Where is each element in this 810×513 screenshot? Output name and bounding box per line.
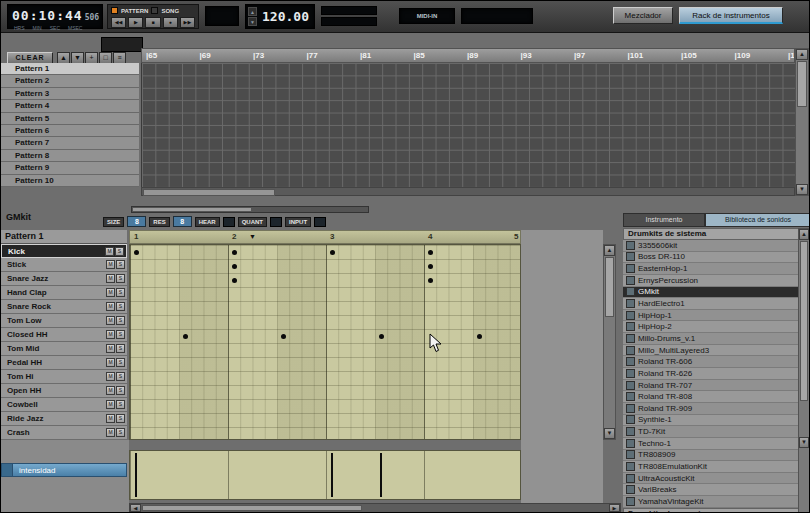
kit-list-item[interactable]: HardElectro1: [623, 298, 799, 310]
mute-button[interactable]: M: [106, 414, 115, 423]
kit-list-item[interactable]: UltraAcousticKit: [623, 473, 799, 485]
kit-list-item[interactable]: Millo-Drums_v.1: [623, 333, 799, 345]
scroll-up-icon[interactable]: ▲: [796, 49, 808, 60]
instrument-row[interactable]: StickMS: [1, 258, 127, 272]
scrollbar-thumb[interactable]: [133, 208, 251, 211]
pattern-bottom-scrollbar[interactable]: ◀ ▶: [129, 503, 621, 513]
scrollbar-thumb[interactable]: [797, 61, 807, 107]
song-vertical-scrollbar[interactable]: ▲ ▼: [795, 48, 809, 196]
solo-button[interactable]: S: [116, 288, 125, 297]
scroll-down-icon[interactable]: ▼: [799, 437, 809, 448]
mute-button[interactable]: M: [105, 247, 114, 256]
pattern-list-item[interactable]: Pattern 9: [1, 162, 139, 174]
scroll-up-icon[interactable]: ▲: [604, 245, 615, 256]
note-dot[interactable]: [330, 250, 335, 255]
library-scrollbar[interactable]: ▲ ▼: [798, 228, 810, 513]
mute-button[interactable]: M: [106, 316, 115, 325]
kit-list-item[interactable]: VariBreaks: [623, 484, 799, 496]
note-dot[interactable]: [232, 278, 237, 283]
kit-list-item[interactable]: YamahaVintageKit: [623, 496, 799, 508]
scroll-up-icon[interactable]: ▲: [799, 229, 809, 240]
solo-button[interactable]: S: [116, 344, 125, 353]
note-dot[interactable]: [281, 334, 286, 339]
solo-button[interactable]: S: [116, 316, 125, 325]
mute-button[interactable]: M: [106, 288, 115, 297]
tab-instrument[interactable]: Instrumento: [623, 213, 705, 227]
instrument-row[interactable]: Pedal HHMS: [1, 356, 127, 370]
kit-list-item[interactable]: EasternHop-1: [623, 263, 799, 275]
instrument-row[interactable]: CrashMS: [1, 426, 127, 440]
kit-list-item[interactable]: TD-7Kit: [623, 426, 799, 438]
tab-sound-library[interactable]: Biblioteca de sonidos: [705, 213, 810, 227]
pattern-list-item[interactable]: Pattern 2: [1, 75, 139, 87]
mute-button[interactable]: M: [106, 386, 115, 395]
bpm-up-button[interactable]: ▲: [248, 7, 257, 16]
record-button[interactable]: ●: [163, 17, 178, 28]
scroll-left-icon[interactable]: ◀: [130, 504, 141, 512]
song-horizontal-scrollbar[interactable]: [141, 187, 795, 196]
note-dot[interactable]: [232, 250, 237, 255]
stop-button[interactable]: ■: [145, 17, 160, 28]
hear-toggle[interactable]: [223, 217, 235, 227]
scroll-down-icon[interactable]: ▼: [796, 184, 808, 195]
system-drumkits-header[interactable]: Drumkits de sistema: [623, 228, 799, 240]
mute-button[interactable]: M: [106, 358, 115, 367]
kit-list-item[interactable]: Techno-1: [623, 438, 799, 450]
pattern-list-item[interactable]: Pattern 5: [1, 113, 139, 125]
play-button[interactable]: ▶: [128, 17, 143, 28]
property-dropdown-icon[interactable]: [2, 464, 13, 476]
timeline-ruler[interactable]: |65|69|73|77|81|85|89|93|97|101|105|109|…: [141, 48, 795, 63]
song-mode-label[interactable]: SONG: [161, 8, 179, 14]
user-drumkits-header[interactable]: Drumkits de usuario: [623, 508, 799, 513]
kit-list-item[interactable]: Boss DR-110: [623, 252, 799, 264]
note-dot[interactable]: [232, 264, 237, 269]
mute-button[interactable]: M: [106, 344, 115, 353]
mute-button[interactable]: M: [106, 428, 115, 437]
instrument-row[interactable]: Snare RockMS: [1, 300, 127, 314]
quantize-toggle[interactable]: [270, 217, 282, 227]
pattern-mode-label[interactable]: PATTERN: [121, 8, 148, 14]
instrument-row[interactable]: KickMS: [1, 244, 127, 258]
instrument-row[interactable]: Hand ClapMS: [1, 286, 127, 300]
kit-list-item[interactable]: Roland TR-606: [623, 356, 799, 368]
solo-button[interactable]: S: [116, 400, 125, 409]
solo-button[interactable]: S: [116, 386, 125, 395]
note-dot[interactable]: [428, 250, 433, 255]
kit-list-item[interactable]: Roland TR-626: [623, 368, 799, 380]
pattern-vertical-scrollbar[interactable]: ▲ ▼: [603, 244, 616, 440]
instrument-row[interactable]: Ride JazzMS: [1, 412, 127, 426]
solo-button[interactable]: S: [116, 372, 125, 381]
solo-button[interactable]: S: [116, 414, 125, 423]
velocity-bar[interactable]: [331, 453, 333, 497]
velocity-bar[interactable]: [135, 453, 137, 497]
solo-button[interactable]: S: [115, 247, 124, 256]
solo-button[interactable]: S: [116, 330, 125, 339]
pattern-list-item[interactable]: Pattern 7: [1, 137, 139, 149]
solo-button[interactable]: S: [116, 274, 125, 283]
kit-list-item[interactable]: TR808EmulationKit: [623, 461, 799, 473]
note-dot[interactable]: [183, 334, 188, 339]
pattern-horizontal-scrollbar[interactable]: [131, 206, 369, 213]
instrument-row[interactable]: Closed HHMS: [1, 328, 127, 342]
velocity-bar[interactable]: [380, 453, 382, 497]
scrollbar-thumb[interactable]: [605, 257, 614, 317]
kit-list-item[interactable]: 3355606kit: [623, 240, 799, 252]
rewind-button[interactable]: ◀◀: [111, 17, 126, 28]
solo-button[interactable]: S: [116, 428, 125, 437]
kit-list-item[interactable]: HipHop-2: [623, 321, 799, 333]
instrument-row[interactable]: Tom MidMS: [1, 342, 127, 356]
solo-button[interactable]: S: [116, 358, 125, 367]
velocity-panel[interactable]: [129, 450, 521, 500]
mute-button[interactable]: M: [106, 330, 115, 339]
instrument-row[interactable]: Tom LowMS: [1, 314, 127, 328]
forward-button[interactable]: ▶▶: [180, 17, 195, 28]
kit-list-item[interactable]: TR808909: [623, 450, 799, 462]
scroll-right-icon[interactable]: ▶: [609, 504, 620, 512]
note-property-selector[interactable]: intensidad: [1, 463, 127, 477]
pattern-grid[interactable]: [129, 244, 521, 440]
scrollbar-thumb[interactable]: [143, 189, 275, 196]
beat-ruler[interactable]: ▼ 12345: [129, 230, 521, 244]
mixer-button[interactable]: Mezclador: [613, 7, 673, 24]
kit-list-item[interactable]: Roland TR-707: [623, 380, 799, 392]
scrollbar-thumb[interactable]: [142, 505, 362, 511]
